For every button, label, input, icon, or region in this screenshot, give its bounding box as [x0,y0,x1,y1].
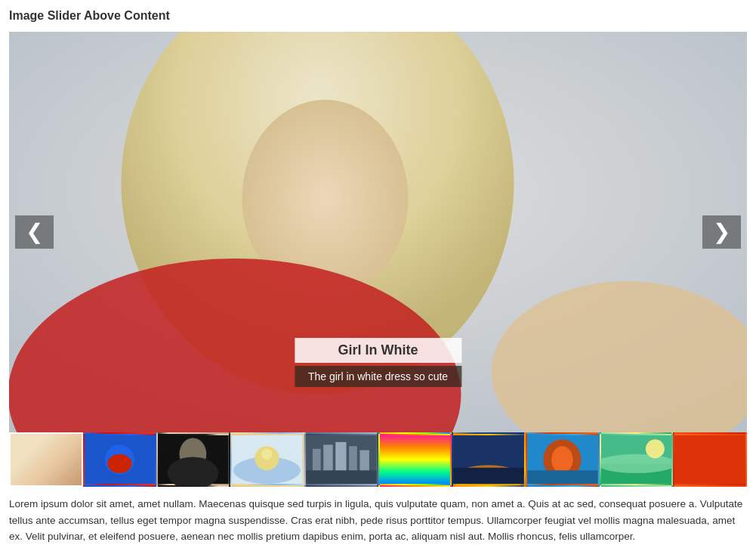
svg-rect-5 [9,32,747,432]
svg-point-35 [601,454,672,473]
thumbnail-0[interactable] [9,432,83,487]
page-title: Image Slider Above Content [9,9,747,23]
thumbnail-6[interactable] [452,432,526,487]
thumbnail-1[interactable] [83,432,157,487]
svg-rect-38 [674,435,745,484]
body-text: Lorem ipsum dolor sit amet, amet nullam.… [9,496,747,545]
thumbnail-5[interactable] [378,432,452,487]
thumb-svg-5 [380,434,451,485]
thumb-svg-8 [601,434,672,485]
thumbnail-3[interactable] [230,432,304,487]
svg-point-8 [107,454,131,473]
svg-point-31 [551,446,573,473]
thumb-svg-2 [158,434,229,485]
thumb-svg-1 [85,434,156,485]
prev-button[interactable]: ❮ [15,215,54,249]
svg-point-36 [646,439,665,458]
thumbnail-8[interactable] [600,432,674,487]
svg-point-16 [261,449,272,460]
thumbnail-7[interactable] [526,432,600,487]
thumbnail-4[interactable] [304,432,378,487]
svg-rect-32 [527,470,598,484]
thumb-svg-3 [232,434,303,485]
image-slider: ❮ ❯ Girl In White The girl in white dres… [9,32,747,432]
slide-svg [9,32,747,432]
thumb-svg-4 [306,434,377,485]
thumb-svg-9 [674,434,745,485]
svg-rect-23 [306,470,377,484]
thumb-svg-6 [453,434,524,485]
thumbnail-2[interactable] [156,432,230,487]
thumbnails-row [9,432,747,487]
svg-rect-28 [453,468,524,484]
slide-image [9,32,747,432]
thumb-svg-7 [527,434,598,485]
svg-rect-24 [380,435,451,484]
thumbnail-9[interactable] [673,432,747,487]
next-button[interactable]: ❯ [702,215,741,249]
